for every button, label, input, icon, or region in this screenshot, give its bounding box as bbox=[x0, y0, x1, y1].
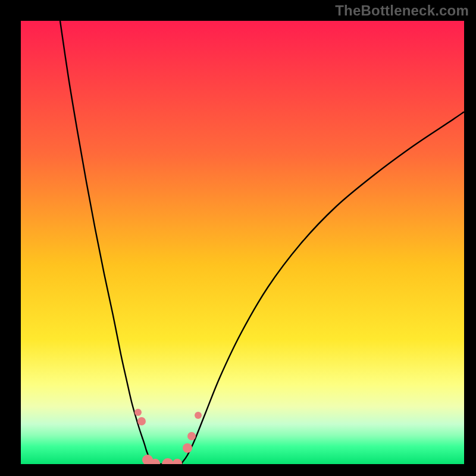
plot-area bbox=[21, 21, 464, 464]
background-gradient bbox=[21, 21, 464, 464]
watermark-text: TheBottleneck.com bbox=[335, 2, 469, 19]
svg-rect-0 bbox=[21, 21, 464, 464]
chart-frame: TheBottleneck.com bbox=[0, 0, 476, 476]
